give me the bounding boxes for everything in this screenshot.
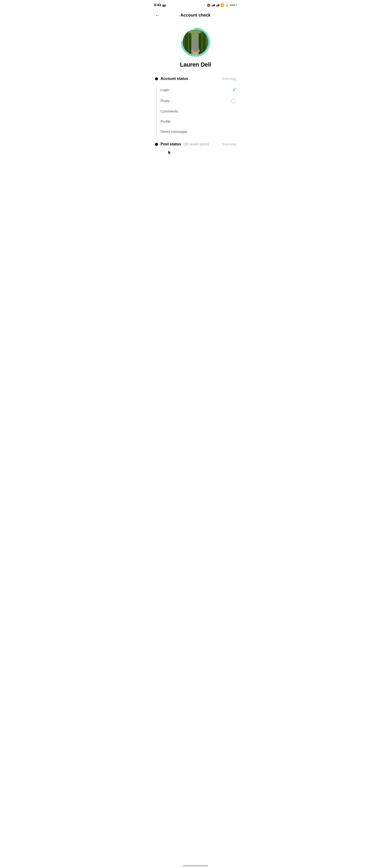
post-status-header: Post status (30 recent posts) Scanning xyxy=(155,142,236,147)
user-name: Lauren Deli xyxy=(180,61,211,68)
status-icons: 🔕 📶 🔋 74% xyxy=(207,3,237,7)
time-display: 8:43 xyxy=(154,3,161,7)
signal-bar xyxy=(212,5,213,6)
cursor-icon xyxy=(168,150,173,156)
item-label-login: Login xyxy=(160,88,170,92)
back-button[interactable]: ← xyxy=(154,12,160,19)
post-section-header-left: Post status (30 recent posts) xyxy=(155,142,209,147)
post-bullet-dot xyxy=(155,143,158,146)
item-label-profile: Profile xyxy=(160,120,171,124)
account-status-scanning: Scanning xyxy=(222,77,236,81)
svg-rect-11 xyxy=(194,42,197,47)
svg-rect-6 xyxy=(206,31,208,55)
bullet-dot xyxy=(155,78,158,80)
cursor-area xyxy=(155,148,236,160)
post-status-scanning: Scanning xyxy=(222,143,236,146)
list-item: Login ✓ xyxy=(160,84,236,96)
svg-rect-12 xyxy=(196,42,198,46)
signal-bar xyxy=(219,4,219,6)
avatar-section: Lauren Deli xyxy=(150,21,241,72)
avatar-ring xyxy=(181,27,210,57)
check-items-list: Login ✓ Posts Comments Profile Direct me… xyxy=(155,84,236,137)
post-status-title: Post status xyxy=(160,142,181,147)
main-content: Account status Scanning Login ✓ Posts Co… xyxy=(150,72,241,165)
account-status-title: Account status xyxy=(160,76,188,81)
list-item: Posts xyxy=(160,96,236,106)
account-status-header: Account status Scanning xyxy=(155,76,236,81)
svg-rect-7 xyxy=(189,34,191,55)
list-item: Profile xyxy=(160,117,236,127)
post-status-section: Post status (30 recent posts) Scanning xyxy=(155,142,236,160)
page-title: Account check xyxy=(180,13,211,18)
circle-icon-posts xyxy=(231,99,236,103)
signal-bar xyxy=(218,4,218,6)
signal-bars-1 xyxy=(212,4,215,6)
svg-line-13 xyxy=(193,43,194,45)
signal-bar xyxy=(213,4,214,6)
back-arrow-icon: ← xyxy=(155,12,160,18)
battery-display: 🔋 74% xyxy=(225,4,237,7)
signal-bars-2 xyxy=(216,4,219,6)
battery-percentage: 74% xyxy=(230,4,235,7)
list-item: Direct messages xyxy=(160,127,236,137)
signal-bar xyxy=(216,5,217,6)
home-indicator xyxy=(183,865,208,866)
battery-icon: 🔋 xyxy=(225,4,229,7)
item-label-comments: Comments xyxy=(160,110,178,114)
svg-line-15 xyxy=(194,47,195,50)
svg-line-16 xyxy=(196,47,197,50)
status-bar: 8:43 📷 🔕 📶 🔋 74% xyxy=(150,0,241,9)
avatar-image xyxy=(183,29,208,55)
mute-icon: 🔕 xyxy=(207,4,210,7)
svg-point-10 xyxy=(194,39,197,42)
signal-bar xyxy=(212,5,212,6)
page-header: ← Account check xyxy=(150,9,241,21)
signal-bar xyxy=(217,5,217,6)
wifi-icon: 📶 xyxy=(220,3,224,7)
profile-photo xyxy=(183,29,208,55)
battery-dot xyxy=(236,4,237,6)
check-icon-login: ✓ xyxy=(232,87,236,93)
item-label-posts: Posts xyxy=(160,99,170,103)
signal-bar xyxy=(214,4,215,6)
camera-icon: 📷 xyxy=(162,3,166,7)
status-time: 8:43 📷 xyxy=(154,3,166,7)
account-status-section: Account status Scanning Login ✓ Posts Co… xyxy=(155,76,236,137)
section-header-left: Account status xyxy=(155,76,188,81)
item-label-direct-messages: Direct messages xyxy=(160,130,187,134)
svg-line-14 xyxy=(197,43,198,45)
list-item: Comments xyxy=(160,106,236,117)
avatar-svg xyxy=(183,29,208,55)
post-status-subtitle: (30 recent posts) xyxy=(184,143,209,146)
